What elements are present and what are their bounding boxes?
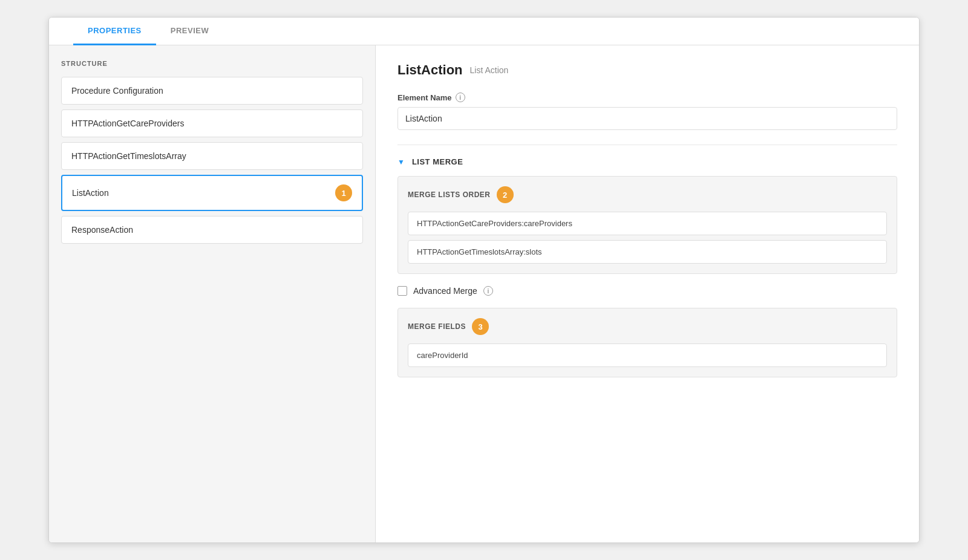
merge-fields-title: MERGE FIELDS <box>408 322 466 331</box>
merge-fields-header: MERGE FIELDS 3 <box>408 318 887 335</box>
badge-2: 2 <box>497 186 514 203</box>
sidebar-item-label: HTTPActionGetTimeslotsArray <box>71 151 186 161</box>
content-panel: ListAction List Action Element Name i ▼ … <box>376 45 919 542</box>
sidebar-title: STRUCTURE <box>61 60 363 67</box>
badge-3: 3 <box>472 318 489 335</box>
merge-fields-box: MERGE FIELDS 3 careProviderId <box>397 308 897 377</box>
page-subtitle: List Action <box>470 65 509 75</box>
advanced-merge-checkbox[interactable] <box>397 286 407 296</box>
sidebar-item-label: ResponseAction <box>71 225 133 235</box>
sidebar-item-label: Procedure Configuration <box>71 86 163 96</box>
top-tabs-bar: PROPERTIES PREVIEW <box>49 18 919 45</box>
list-merge-section-header: ▼ LIST MERGE <box>397 157 897 166</box>
merge-field-item-0[interactable]: careProviderId <box>408 343 887 367</box>
advanced-merge-label: Advanced Merge <box>413 286 477 296</box>
element-name-input[interactable] <box>397 107 897 130</box>
list-merge-title: LIST MERGE <box>412 157 463 166</box>
merge-item-1[interactable]: HTTPActionGetTimeslotsArray:slots <box>408 240 887 264</box>
element-name-label: Element Name i <box>397 93 897 102</box>
element-name-group: Element Name i <box>397 93 897 130</box>
page-title: ListAction <box>397 62 463 78</box>
element-name-info-icon[interactable]: i <box>456 93 465 102</box>
sidebar-item-label: ListAction <box>72 188 109 198</box>
advanced-merge-row: Advanced Merge i <box>397 286 897 296</box>
merge-item-0[interactable]: HTTPActionGetCareProviders:careProviders <box>408 212 887 235</box>
merge-lists-order-box: MERGE LISTS ORDER 2 HTTPActionGetCarePro… <box>397 176 897 274</box>
divider-1 <box>397 145 897 145</box>
sidebar-item-list-action[interactable]: ListAction 1 <box>61 175 363 211</box>
badge-1: 1 <box>335 184 352 201</box>
list-merge-toggle[interactable]: ▼ <box>397 158 405 166</box>
sidebar-item-response-action[interactable]: ResponseAction <box>61 216 363 244</box>
tab-properties[interactable]: PROPERTIES <box>73 18 156 45</box>
sidebar-item-label: HTTPActionGetCareProviders <box>71 119 184 128</box>
merge-box-header: MERGE LISTS ORDER 2 <box>408 186 887 203</box>
page-header: ListAction List Action <box>397 62 897 78</box>
sidebar: STRUCTURE Procedure Configuration HTTPAc… <box>49 45 376 542</box>
sidebar-item-http-timeslots[interactable]: HTTPActionGetTimeslotsArray <box>61 142 363 170</box>
advanced-merge-info-icon[interactable]: i <box>483 286 493 296</box>
main-layout: STRUCTURE Procedure Configuration HTTPAc… <box>49 45 919 542</box>
app-container: PROPERTIES PREVIEW STRUCTURE Procedure C… <box>48 17 920 543</box>
sidebar-item-http-care[interactable]: HTTPActionGetCareProviders <box>61 109 363 137</box>
merge-lists-order-title: MERGE LISTS ORDER <box>408 190 491 199</box>
sidebar-item-procedure-config[interactable]: Procedure Configuration <box>61 77 363 105</box>
tab-preview[interactable]: PREVIEW <box>156 18 223 45</box>
